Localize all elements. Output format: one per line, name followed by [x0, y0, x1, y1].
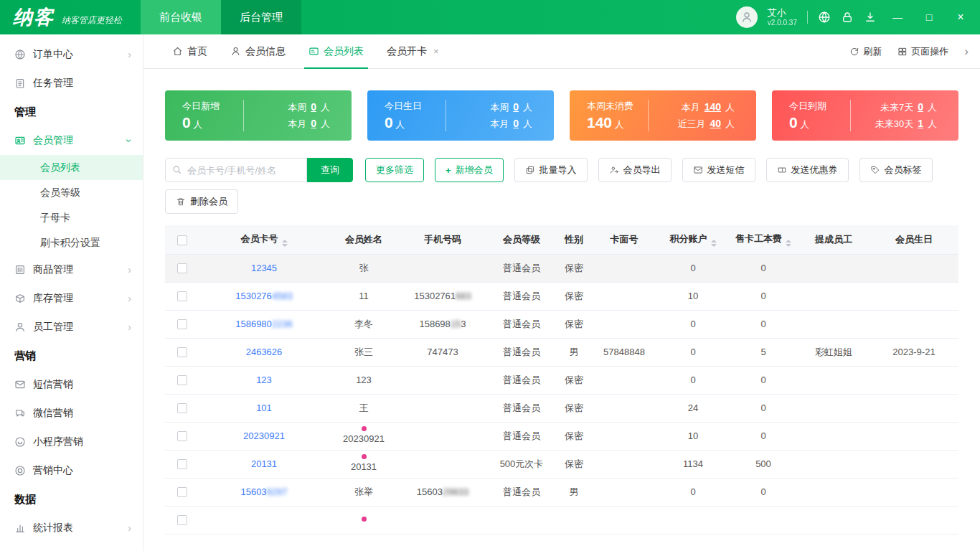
- minimize-button[interactable]: —: [887, 11, 908, 23]
- row-checkbox[interactable]: [177, 319, 187, 329]
- tab-member-card-open[interactable]: 会员开卡 ×: [375, 34, 451, 69]
- batch-import-button[interactable]: 批量导入: [514, 158, 588, 182]
- query-button[interactable]: 查询: [307, 158, 353, 182]
- user-box[interactable]: 艾小 v2.0.0.37: [768, 7, 797, 27]
- refresh-button[interactable]: 刷新: [849, 45, 882, 58]
- sidebar-item-wechat-marketing[interactable]: 微信营销: [0, 399, 143, 428]
- row-checkbox[interactable]: [177, 291, 187, 301]
- close-button[interactable]: ×: [950, 11, 971, 24]
- member-card-link[interactable]: 12345: [251, 263, 277, 273]
- table-row[interactable]: [165, 506, 958, 534]
- stat-sub-row[interactable]: 未来7天0人: [880, 101, 937, 114]
- search-input[interactable]: [165, 158, 307, 182]
- sidebar-item-member-management[interactable]: 会员管理›: [0, 126, 143, 155]
- task-icon: [14, 77, 26, 89]
- cell-points: 0: [657, 254, 729, 282]
- member-card-link[interactable]: 15869802236: [235, 319, 293, 329]
- sidebar-subitem-member-level[interactable]: 会员等级: [0, 180, 143, 205]
- row-checkbox[interactable]: [177, 347, 187, 357]
- member-tags-button[interactable]: 会员标签: [859, 158, 933, 182]
- sidebar-subitem-parent-child-card[interactable]: 子母卡: [0, 205, 143, 230]
- nav-tab-cashier[interactable]: 前台收银: [141, 0, 221, 34]
- sidebar-item-task-management[interactable]: 任务管理: [0, 69, 143, 98]
- sidebar-item-miniapp-marketing[interactable]: 小程序营销: [0, 428, 143, 456]
- row-checkbox[interactable]: [177, 431, 187, 441]
- globe-icon[interactable]: [818, 11, 831, 24]
- download-icon[interactable]: [864, 11, 877, 24]
- tab-home[interactable]: 首页: [161, 34, 219, 69]
- more-filters-button[interactable]: 更多筛选: [365, 158, 424, 182]
- table-row[interactable]: 20131 20131 500元次卡 保密 1134 500: [165, 450, 958, 478]
- stat-sub-value[interactable]: 0: [513, 118, 519, 129]
- table-row[interactable]: 101 王 普通会员 保密 24 0: [165, 394, 958, 422]
- member-card-link[interactable]: 2463626: [246, 347, 283, 357]
- maximize-button[interactable]: □: [918, 11, 940, 23]
- stat-sub-value[interactable]: 0: [918, 101, 923, 113]
- stat-sub-row[interactable]: 本月0人: [490, 118, 532, 131]
- tab-member-info[interactable]: 会员信息: [219, 34, 297, 69]
- stat-sub-row[interactable]: 未来30天1人: [875, 118, 937, 131]
- blurred-text: 2236: [272, 319, 293, 329]
- member-card-link[interactable]: 15302764583: [235, 291, 293, 301]
- stat-sub-value[interactable]: 0: [513, 101, 519, 113]
- row-checkbox[interactable]: [177, 459, 187, 469]
- stat-sub-row[interactable]: 本月0人: [288, 118, 330, 131]
- member-card-link[interactable]: 123: [256, 375, 272, 385]
- lock-icon[interactable]: [841, 11, 854, 24]
- sidebar-subitem-card-points-settings[interactable]: 刷卡积分设置: [0, 230, 143, 255]
- sidebar-item-order-center[interactable]: 订单中心›: [0, 40, 143, 69]
- stat-sub-row[interactable]: 本周0人: [490, 101, 532, 114]
- stat-sub-value[interactable]: 140: [705, 101, 721, 113]
- send-sms-button[interactable]: 发送短信: [682, 158, 755, 182]
- column-header-card[interactable]: 会员卡号: [199, 225, 329, 254]
- table-row[interactable]: 156039297 张举 1560329833 普通会员 男 0 0: [165, 478, 958, 506]
- chevron-right-icon[interactable]: ›: [964, 44, 969, 59]
- row-checkbox[interactable]: [177, 375, 187, 385]
- sidebar-item-data-analysis[interactable]: 数据分析›: [0, 542, 143, 551]
- table-row[interactable]: 123 123 普通会员 保密 0 0: [165, 366, 958, 394]
- sort-icon[interactable]: [786, 240, 791, 247]
- column-header-fee[interactable]: 售卡工本费: [729, 225, 798, 254]
- sidebar-item-sms-marketing[interactable]: 短信营销: [0, 370, 143, 399]
- page-ops-button[interactable]: 页面操作: [897, 45, 948, 58]
- row-checkbox[interactable]: [177, 515, 187, 525]
- sidebar-item-staff-management[interactable]: 员工管理›: [0, 313, 143, 342]
- sidebar-item-marketing-center[interactable]: 营销中心: [0, 456, 143, 485]
- table-row[interactable]: 15302764583 11 15302761683 普通会员 保密 10 0: [165, 282, 958, 310]
- stat-sub-row[interactable]: 本月140人: [682, 101, 735, 114]
- stat-sub-value[interactable]: 1: [918, 118, 923, 129]
- sidebar-item-statistics-report[interactable]: 统计报表›: [0, 514, 143, 542]
- select-all-checkbox[interactable]: [177, 235, 187, 245]
- nav-tab-backend[interactable]: 后台管理: [221, 0, 301, 34]
- member-card-link[interactable]: 20230921: [243, 430, 285, 441]
- stat-sub-value[interactable]: 0: [311, 101, 316, 113]
- avatar[interactable]: [736, 6, 758, 28]
- table-row[interactable]: 15869802236 李冬 158698153 普通会员 保密 0 0: [165, 310, 958, 338]
- table-row[interactable]: 2463626 张三 747473 普通会员 男 57848848 0 5 彩虹…: [165, 338, 958, 366]
- member-card-link[interactable]: 20131: [251, 458, 277, 469]
- close-tab-icon[interactable]: ×: [433, 46, 439, 57]
- export-members-button[interactable]: 会员导出: [598, 158, 672, 182]
- column-header-points[interactable]: 积分账户: [657, 225, 729, 254]
- row-checkbox[interactable]: [177, 403, 187, 413]
- sidebar-item-inventory-management[interactable]: 库存管理›: [0, 284, 143, 313]
- stat-sub-row[interactable]: 本周0人: [288, 101, 330, 114]
- add-member-button[interactable]: + 新增会员: [435, 158, 504, 182]
- tab-member-list[interactable]: 会员列表: [297, 34, 375, 69]
- table-row[interactable]: 12345 张 普通会员 保密 0 0: [165, 254, 958, 282]
- row-checkbox[interactable]: [177, 263, 187, 273]
- stat-sub-value[interactable]: 0: [311, 118, 316, 129]
- table-row[interactable]: 20230921 20230921 普通会员 保密 10 0: [165, 422, 958, 450]
- member-card-link[interactable]: 101: [256, 402, 272, 413]
- stat-sub-row[interactable]: 近三月40人: [677, 118, 735, 131]
- member-card-link[interactable]: 156039297: [240, 486, 287, 497]
- row-checkbox[interactable]: [177, 487, 187, 497]
- sidebar-subitem-member-list[interactable]: 会员列表: [0, 155, 143, 180]
- delete-members-button[interactable]: 删除会员: [165, 189, 238, 214]
- stat-title: 今日生日: [385, 100, 446, 113]
- sort-icon[interactable]: [711, 240, 717, 247]
- stat-sub-value[interactable]: 40: [710, 118, 721, 129]
- sidebar-item-goods-management[interactable]: 商品管理›: [0, 255, 143, 284]
- sort-icon[interactable]: [282, 240, 288, 247]
- send-coupon-button[interactable]: 发送优惠券: [766, 158, 849, 182]
